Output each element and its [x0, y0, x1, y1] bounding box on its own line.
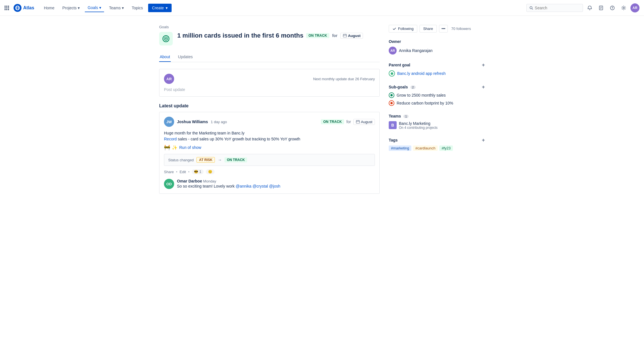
sub-goal-icon-1: [389, 92, 394, 98]
settings-button[interactable]: [619, 3, 628, 12]
tags-section: Tags + #marketing #cardlaunch #fy23: [389, 138, 485, 151]
post-update-input[interactable]: Post update: [164, 87, 375, 92]
owner-avatar: AR: [389, 47, 397, 55]
update-author-avatar: JW: [164, 117, 174, 127]
arrow-icon: →: [218, 158, 222, 162]
calendar-icon: [343, 34, 347, 38]
sub-goal-row-2[interactable]: Reduce carbon footprint by 10%: [389, 100, 485, 106]
sub-goals-count: 2: [410, 86, 416, 89]
svg-line-4: [532, 8, 533, 9]
due-date: Next monthly update due 26 February: [313, 77, 375, 81]
search-icon: [530, 6, 533, 10]
apps-grid-icon[interactable]: [5, 6, 9, 10]
search-bar[interactable]: [526, 4, 583, 12]
mention-josh[interactable]: @josh: [269, 184, 280, 188]
update-time: 1 day ago: [211, 120, 227, 124]
comment-body: Omar Darboe Monday So so exciting team! …: [177, 179, 375, 189]
month-pill[interactable]: August: [340, 33, 363, 39]
share-button[interactable]: Share: [420, 25, 437, 32]
record-link[interactable]: Record: [164, 137, 177, 141]
sunglasses-emoji: 😎: [194, 170, 198, 174]
help-button[interactable]: ?: [608, 3, 617, 12]
add-parent-goal-button[interactable]: +: [482, 62, 485, 68]
update-body-line1: Huge month for the Marketing team in Ban…: [164, 130, 375, 136]
tags-title: Tags +: [389, 138, 485, 143]
teams-section: Teams 1 B Banc.ly Marketing On 4 contrib…: [389, 114, 485, 130]
team-name[interactable]: Banc.ly Marketing: [399, 121, 438, 126]
sub-goal-row-1[interactable]: Grow to 2500 monthly sales: [389, 92, 485, 98]
comment-author: Omar Darboe: [177, 179, 202, 183]
following-button[interactable]: Following: [389, 25, 417, 32]
check-icon: [392, 27, 396, 31]
update-month-pill: August: [353, 119, 375, 125]
svg-text:?: ?: [611, 6, 613, 10]
comment-text: So so exciting team! Lovely work @annika…: [177, 184, 375, 188]
post-update-header: AR Next monthly update due 26 February: [164, 74, 375, 84]
parent-goal-row[interactable]: Banc.ly android app refresh: [389, 70, 485, 77]
atlas-logo-text: Atlas: [23, 5, 34, 10]
atlas-logo[interactable]: Atlas: [14, 4, 34, 12]
main-content: Goals 1 million cards issued in the firs…: [159, 25, 380, 198]
tabs: About Updates: [159, 52, 380, 62]
sub-goals-section: Sub-goals 2 + Grow to 2500 monthly sales…: [389, 84, 485, 106]
tags-row: #marketing #cardlaunch #fy23: [389, 145, 485, 151]
reaction-pill-sunglasses[interactable]: 😎 1: [192, 169, 204, 174]
run-of-show-link[interactable]: Run of show: [179, 145, 201, 150]
tag-marketing[interactable]: #marketing: [389, 145, 411, 151]
goal-title: 1 million cards issued in the first 6 mo…: [177, 32, 380, 39]
parent-goal-section: Parent goal + Banc.ly android app refres…: [389, 62, 485, 77]
tag-fy23[interactable]: #fy23: [439, 145, 453, 151]
mention-annika[interactable]: @annika: [236, 184, 251, 188]
navbar: Atlas Home Projects ▾ Goals ▾ Teams ▾ To…: [0, 0, 644, 16]
mention-crystal[interactable]: @crystal: [252, 184, 268, 188]
update-author: Joshua Williams: [177, 119, 208, 124]
nav-goals[interactable]: Goals ▾: [85, 4, 104, 12]
for-label: for: [332, 33, 338, 38]
user-avatar[interactable]: AR: [630, 3, 639, 12]
from-status-badge: AT RISK: [196, 157, 215, 163]
chevron-down-icon: ▾: [99, 5, 101, 10]
svg-point-11: [623, 7, 624, 8]
update-body-line2: Record sales - card sales up 30% YoY gro…: [164, 136, 375, 142]
nav-teams[interactable]: Teams ▾: [106, 4, 127, 12]
chevron-down-icon: ▾: [166, 6, 168, 10]
chevron-down-icon: ▾: [122, 6, 124, 10]
update-body: Huge month for the Marketing team in Ban…: [164, 130, 375, 142]
sub-goals-title: Sub-goals 2 +: [389, 84, 485, 90]
to-status-badge: ON TRACK: [224, 157, 247, 162]
teams-count: 1: [403, 115, 409, 118]
nav-topics[interactable]: Topics: [129, 4, 146, 12]
owner-row: AR Annika Rangarajan: [389, 47, 485, 55]
notifications-button[interactable]: [585, 3, 594, 12]
team-info: Banc.ly Marketing On 4 contributing proj…: [399, 121, 438, 130]
owner-name: Annika Rangarajan: [399, 48, 433, 53]
add-reaction-button[interactable]: 🙂: [206, 169, 215, 174]
latest-update-section: Latest update JW Joshua Williams 1 day a…: [159, 103, 380, 194]
breadcrumb[interactable]: Goals: [159, 25, 380, 29]
nav-home[interactable]: Home: [41, 4, 57, 12]
update-status-badge: ON TRACK: [321, 119, 344, 124]
tab-about[interactable]: About: [159, 52, 171, 62]
sidebar: Following Share ••• 70 followers Owner A…: [389, 25, 485, 198]
section-title: Latest update: [159, 103, 380, 108]
nav-projects[interactable]: Projects ▾: [59, 4, 83, 12]
edit-link[interactable]: Edit: [180, 170, 186, 174]
create-button[interactable]: Create ▾: [148, 4, 172, 12]
add-tag-button[interactable]: +: [482, 138, 485, 143]
tag-cardlaunch[interactable]: #cardlaunch: [413, 145, 438, 151]
more-button[interactable]: •••: [439, 25, 448, 32]
share-edit-row: Share • Edit • 😎 1 🙂: [164, 166, 375, 175]
update-card: JW Joshua Williams 1 day ago ON TRACK fo…: [159, 112, 380, 194]
pages-button[interactable]: [597, 3, 606, 12]
search-input[interactable]: [535, 6, 580, 10]
add-sub-goal-button[interactable]: +: [482, 84, 485, 90]
flag-emoji: 🚧: [164, 144, 170, 151]
svg-rect-15: [343, 34, 347, 37]
share-link[interactable]: Share: [164, 170, 174, 174]
parent-goal-icon: [389, 70, 395, 77]
tab-updates[interactable]: Updates: [178, 52, 193, 62]
goal-header: 1 million cards issued in the first 6 mo…: [159, 32, 380, 45]
chevron-down-icon: ▾: [78, 6, 80, 10]
calendar-icon: [356, 120, 360, 124]
svg-point-14: [165, 38, 167, 40]
